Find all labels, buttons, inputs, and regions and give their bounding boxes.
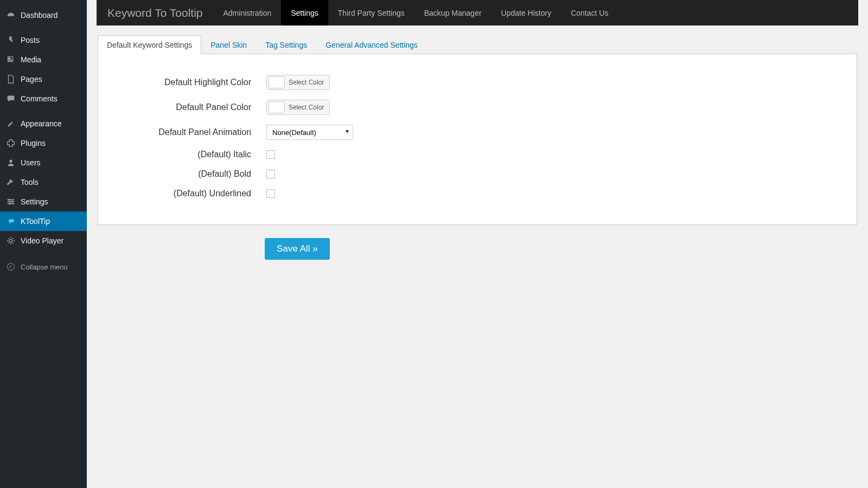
select-color-label: Select Color: [286, 79, 329, 86]
sidebar-item-settings[interactable]: Settings: [0, 192, 87, 211]
collapse-menu[interactable]: Collapse menu: [0, 256, 87, 278]
tab-default-keyword[interactable]: Default Keyword Settings: [98, 35, 201, 54]
topbar-contact[interactable]: Contact Us: [561, 0, 618, 25]
topbar-thirdparty[interactable]: Third Party Settings: [328, 0, 414, 25]
svg-point-7: [9, 203, 11, 205]
select-color-label: Select Color: [286, 104, 329, 111]
sidebar-item-pages[interactable]: Pages: [0, 69, 87, 89]
sidebar-item-label: KToolTip: [21, 217, 50, 226]
sidebar-item-label: Settings: [21, 197, 48, 206]
page-icon: [5, 74, 16, 85]
sidebar-item-plugins[interactable]: Plugins: [0, 133, 87, 153]
sidebar-item-label: Pages: [21, 75, 42, 84]
sidebar-item-tools[interactable]: Tools: [0, 172, 87, 192]
save-all-button[interactable]: Save All »: [265, 238, 330, 260]
sidebar-item-ktooltip[interactable]: KToolTip: [0, 211, 87, 231]
italic-checkbox[interactable]: [266, 150, 275, 159]
collapse-label: Collapse menu: [21, 263, 68, 271]
svg-point-9: [8, 264, 15, 271]
dashboard-icon: [5, 10, 16, 21]
svg-point-8: [9, 239, 12, 242]
sidebar-item-media[interactable]: Media: [0, 50, 87, 69]
bold-label: (Default) Bold: [114, 169, 266, 179]
bold-checkbox[interactable]: [266, 170, 275, 178]
sidebar-item-users[interactable]: Users: [0, 153, 87, 172]
sidebar-item-videoplayer[interactable]: Video Player: [0, 231, 87, 251]
sidebar-item-label: Tools: [21, 178, 39, 187]
sidebar-item-label: Plugins: [21, 139, 46, 147]
topbar-settings[interactable]: Settings: [281, 0, 328, 25]
comment-icon: [5, 93, 16, 104]
panel-color-picker[interactable]: Select Color: [266, 100, 330, 115]
sidebar-item-label: Media: [21, 55, 41, 64]
sidebar-item-posts[interactable]: Posts: [0, 30, 87, 50]
highlight-color-label: Default Highlight Color: [114, 78, 266, 87]
panel-animation-label: Default Panel Animation: [114, 127, 266, 137]
topbar-backup[interactable]: Backup Manager: [414, 0, 492, 25]
topbar-administration[interactable]: Administration: [214, 0, 282, 25]
plugin-icon: [5, 138, 16, 149]
tools-icon: [5, 177, 16, 188]
tooltip-icon: [5, 216, 16, 227]
sidebar-item-dashboard[interactable]: Dashboard: [0, 5, 87, 25]
tab-panel-skin[interactable]: Panel Skin: [201, 35, 256, 54]
topbar-update[interactable]: Update History: [492, 0, 561, 25]
gear-icon: [5, 235, 16, 246]
sidebar-item-label: Users: [21, 158, 41, 167]
appearance-icon: [5, 118, 16, 129]
tab-panel: Default Highlight Color Select Color Def…: [98, 54, 857, 225]
main-content: Keyword To Tooltip Administration Settin…: [87, 0, 868, 488]
sidebar-item-label: Posts: [21, 36, 40, 44]
plugin-title: Keyword To Tooltip: [97, 7, 214, 20]
italic-label: (Default) Italic: [114, 150, 266, 159]
pin-icon: [5, 35, 16, 46]
settings-icon: [5, 196, 16, 207]
sidebar-item-label: Video Player: [21, 236, 63, 245]
sidebar-item-label: Comments: [21, 94, 58, 103]
highlight-color-picker[interactable]: Select Color: [266, 75, 330, 90]
tab-general-advanced[interactable]: General Advanced Settings: [316, 35, 427, 54]
settings-tabs: Default Keyword Settings Panel Skin Tag …: [98, 35, 857, 54]
color-swatch: [269, 76, 285, 88]
tab-tag-settings[interactable]: Tag Settings: [256, 35, 316, 54]
svg-point-5: [9, 199, 11, 201]
color-swatch: [269, 101, 285, 113]
media-icon: [5, 54, 16, 65]
underlined-label: (Default) Underlined: [114, 189, 266, 198]
sidebar-item-label: Dashboard: [21, 11, 58, 20]
panel-color-label: Default Panel Color: [114, 102, 266, 112]
sidebar-item-comments[interactable]: Comments: [0, 89, 87, 108]
panel-animation-select[interactable]: None(Default): [266, 125, 353, 140]
sidebar-item-appearance[interactable]: Appearance: [0, 114, 87, 133]
underlined-checkbox[interactable]: [266, 189, 275, 198]
plugin-topbar: Keyword To Tooltip Administration Settin…: [97, 0, 858, 25]
collapse-icon: [5, 261, 16, 272]
sidebar-item-label: Appearance: [21, 119, 62, 128]
svg-point-6: [11, 201, 14, 203]
admin-sidebar: Dashboard Posts Media Pages Comments App…: [0, 0, 87, 488]
users-icon: [5, 157, 16, 168]
svg-point-1: [9, 160, 12, 163]
